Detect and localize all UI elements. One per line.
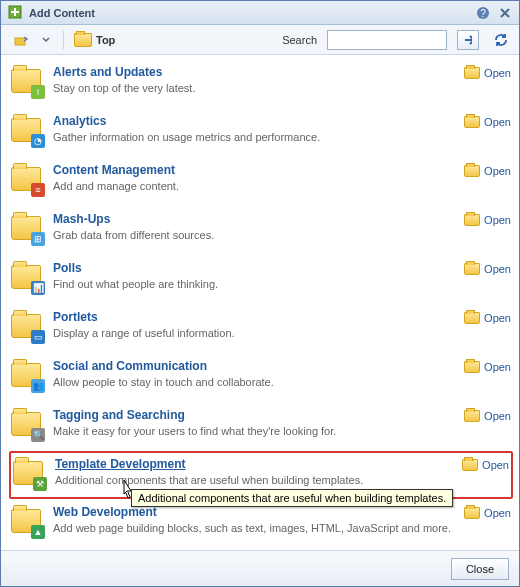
catalog-item: 🔍Tagging and SearchingMake it easy for y…: [9, 402, 513, 451]
folder-icon: 👥: [11, 359, 43, 391]
open-link[interactable]: Open: [464, 410, 511, 422]
search-label: Search: [282, 34, 317, 46]
folder-open-icon: [462, 459, 478, 471]
folder-open-icon: [464, 361, 480, 373]
item-body: Mash-UpsGrab data from different sources…: [53, 212, 454, 241]
item-description: Allow people to stay in touch and collab…: [53, 376, 454, 388]
open-link[interactable]: Open: [464, 507, 511, 519]
open-label: Open: [484, 67, 511, 79]
item-description: Display a range of useful information.: [53, 327, 454, 339]
open-label: Open: [484, 361, 511, 373]
open-label: Open: [484, 263, 511, 275]
add-content-dialog: Add Content ? Top Search !Alerts and Upd…: [0, 0, 520, 587]
open-link[interactable]: Open: [462, 459, 509, 471]
folder-icon: ≡: [11, 163, 43, 195]
close-icon[interactable]: [497, 5, 513, 21]
chevron-down-icon: [42, 36, 50, 44]
item-description: Make it easy for your users to find what…: [53, 425, 454, 437]
open-link[interactable]: Open: [464, 263, 511, 275]
divider: [63, 31, 64, 49]
help-icon[interactable]: ?: [475, 5, 491, 21]
open-link[interactable]: Open: [464, 361, 511, 373]
item-body: Alerts and UpdatesStay on top of the ver…: [53, 65, 454, 94]
footer: Close: [1, 550, 519, 586]
item-body: PortletsDisplay a range of useful inform…: [53, 310, 454, 339]
folder-icon: [74, 33, 92, 47]
open-label: Open: [484, 507, 511, 519]
item-title-link[interactable]: Web Development: [53, 505, 157, 519]
breadcrumb-label: Top: [96, 34, 115, 46]
folder-icon: !: [11, 65, 43, 97]
open-link[interactable]: Open: [464, 214, 511, 226]
folder-open-icon: [464, 116, 480, 128]
item-title-link[interactable]: Analytics: [53, 114, 106, 128]
folder-open-icon: [464, 263, 480, 275]
open-link[interactable]: Open: [464, 116, 511, 128]
item-title-link[interactable]: Tagging and Searching: [53, 408, 185, 422]
svg-rect-3: [15, 38, 25, 45]
search-input[interactable]: [327, 30, 447, 50]
folder-icon: ▲: [11, 505, 43, 537]
item-title-link[interactable]: Mash-Ups: [53, 212, 110, 226]
folder-icon: 📊: [11, 261, 43, 293]
catalog-item: 📊PollsFind out what people are thinking.…: [9, 255, 513, 304]
open-label: Open: [482, 459, 509, 471]
open-link[interactable]: Open: [464, 312, 511, 324]
close-button[interactable]: Close: [451, 558, 509, 580]
catalog-item: ≡Content ManagementAdd and manage conten…: [9, 157, 513, 206]
catalog-item: ⚒Template DevelopmentAdditional componen…: [9, 451, 513, 499]
catalog-item: ▭PortletsDisplay a range of useful infor…: [9, 304, 513, 353]
folder-open-icon: [464, 214, 480, 226]
titlebar: Add Content ?: [1, 1, 519, 25]
folder-icon: 🔍: [11, 408, 43, 440]
item-body: PollsFind out what people are thinking.: [53, 261, 454, 290]
dropdown-button[interactable]: [39, 29, 53, 51]
catalog-item: !Alerts and UpdatesStay on top of the ve…: [9, 59, 513, 108]
item-description: Add web page building blocks, such as te…: [53, 522, 454, 534]
open-link[interactable]: Open: [464, 67, 511, 79]
up-button[interactable]: [9, 29, 33, 51]
folder-open-icon: [464, 165, 480, 177]
folder-open-icon: [464, 67, 480, 79]
catalog-list: !Alerts and UpdatesStay on top of the ve…: [1, 55, 519, 550]
item-description: Add and manage content.: [53, 180, 454, 192]
item-description: Stay on top of the very latest.: [53, 82, 454, 94]
item-body: Content ManagementAdd and manage content…: [53, 163, 454, 192]
folder-up-icon: [14, 33, 28, 47]
item-body: Web DevelopmentAdd web page building blo…: [53, 505, 454, 534]
svg-text:?: ?: [480, 8, 486, 19]
folder-icon: ⚒: [13, 457, 45, 489]
item-title-link[interactable]: Portlets: [53, 310, 98, 324]
item-description: Additional components that are useful wh…: [55, 474, 452, 486]
toolbar: Top Search: [1, 25, 519, 55]
open-label: Open: [484, 312, 511, 324]
refresh-icon: [493, 32, 509, 48]
item-title-link[interactable]: Content Management: [53, 163, 175, 177]
open-label: Open: [484, 165, 511, 177]
folder-open-icon: [464, 410, 480, 422]
open-link[interactable]: Open: [464, 165, 511, 177]
catalog-item: ◔AnalyticsGather information on usage me…: [9, 108, 513, 157]
add-content-icon: [7, 4, 23, 22]
open-label: Open: [484, 410, 511, 422]
item-body: Template DevelopmentAdditional component…: [55, 457, 452, 486]
tooltip: Additional components that are useful wh…: [131, 489, 453, 507]
open-label: Open: [484, 214, 511, 226]
dialog-title: Add Content: [29, 7, 469, 19]
folder-open-icon: [464, 507, 480, 519]
item-title-link[interactable]: Polls: [53, 261, 82, 275]
refresh-button[interactable]: [491, 30, 511, 50]
search-go-button[interactable]: [457, 30, 479, 50]
folder-open-icon: [464, 312, 480, 324]
folder-icon: ◔: [11, 114, 43, 146]
item-description: Gather information on usage metrics and …: [53, 131, 454, 143]
open-label: Open: [484, 116, 511, 128]
folder-icon: ⊞: [11, 212, 43, 244]
item-title-link[interactable]: Alerts and Updates: [53, 65, 162, 79]
item-title-link[interactable]: Template Development: [55, 457, 185, 471]
arrow-right-icon: [464, 35, 472, 45]
item-body: Social and CommunicationAllow people to …: [53, 359, 454, 388]
breadcrumb[interactable]: Top: [74, 33, 115, 47]
catalog-item: 👥Social and CommunicationAllow people to…: [9, 353, 513, 402]
item-title-link[interactable]: Social and Communication: [53, 359, 207, 373]
